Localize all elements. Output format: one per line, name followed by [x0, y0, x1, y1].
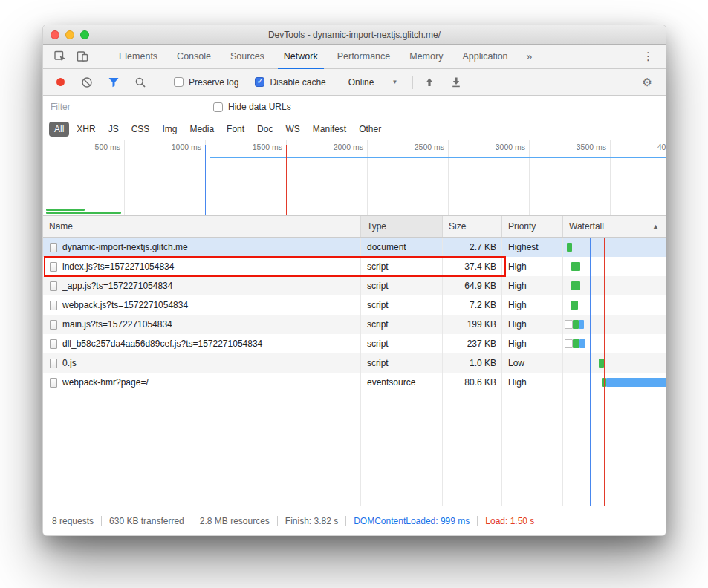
overview-gridline: [124, 140, 125, 215]
status-load: Load: 1.50 s: [485, 516, 534, 526]
disable-cache-checkbox[interactable]: Disable cache: [255, 77, 325, 88]
type-filter-other[interactable]: Other: [354, 122, 386, 137]
status-finish: Finish: 3.82 s: [285, 516, 338, 526]
type-filter-all[interactable]: All: [49, 122, 69, 137]
column-header-label: Name: [49, 221, 73, 232]
waterfall-ttfb-segment: [573, 339, 579, 348]
request-row[interactable]: 0.jsscript1.0 KBLow: [43, 353, 666, 373]
request-row[interactable]: index.js?ts=1572271054834script37.4 KBHi…: [43, 257, 666, 276]
request-name-cell: webpack.js?ts=1572271054834: [43, 295, 361, 315]
checkbox-unchecked-icon: [213, 102, 223, 112]
request-name-cell: index.js?ts=1572271054834: [43, 257, 361, 276]
tab-network[interactable]: Network: [274, 45, 328, 68]
request-priority: High: [502, 295, 563, 315]
request-name-cell: _app.js?ts=1572271054834: [43, 276, 361, 295]
clear-button[interactable]: [78, 74, 96, 91]
request-priority: High: [502, 373, 563, 392]
devtools-tabs: ElementsConsoleSourcesNetworkPerformance…: [109, 45, 518, 68]
waterfall-waiting-segment: [565, 320, 573, 329]
dropdown-arrow-icon: ▼: [392, 79, 397, 85]
main-menu-button[interactable]: ⋮: [631, 45, 666, 68]
file-icon: [50, 301, 57, 310]
overview-tick-label: 2500 ms: [400, 143, 444, 151]
request-row[interactable]: webpack-hmr?page=/eventsource80.6 KBHigh: [43, 373, 666, 392]
overview-tick-label: 1000 ms: [157, 143, 201, 151]
request-size: 2.7 KB: [443, 238, 502, 257]
request-priority: Low: [502, 353, 563, 373]
column-header-size[interactable]: Size: [443, 216, 502, 237]
column-header-name[interactable]: Name: [43, 216, 361, 237]
status-domcontentloaded: DOMContentLoaded: 999 ms: [354, 516, 470, 526]
hide-data-urls-checkbox[interactable]: Hide data URLs: [213, 102, 291, 112]
filter-toggle-button[interactable]: [105, 74, 123, 91]
request-priority: High: [502, 334, 563, 353]
request-name: dll_b58c257da4aa56d89cef.js?ts=157227105…: [62, 339, 262, 349]
column-header-waterfall[interactable]: Waterfall▲: [563, 216, 666, 237]
zoom-button[interactable]: [80, 30, 89, 39]
devtools-tabbar: ElementsConsoleSourcesNetworkPerformance…: [43, 45, 666, 69]
device-toolbar-button[interactable]: [71, 45, 94, 68]
tab-performance[interactable]: Performance: [328, 45, 400, 68]
request-priority: Highest: [502, 238, 563, 257]
request-row[interactable]: _app.js?ts=1572271054834script64.9 KBHig…: [43, 276, 666, 295]
preserve-log-checkbox[interactable]: Preserve log: [174, 77, 238, 88]
checkbox-checked-icon: [255, 77, 264, 87]
column-header-priority[interactable]: Priority: [502, 216, 563, 237]
type-filter-ws[interactable]: WS: [280, 122, 305, 137]
tab-memory[interactable]: Memory: [400, 45, 452, 68]
toolbar-divider: [412, 76, 413, 89]
request-name: 0.js: [62, 358, 77, 368]
file-icon: [50, 378, 57, 388]
status-resources: 2.8 MB resources: [200, 516, 270, 526]
record-button[interactable]: [56, 78, 65, 86]
request-type: script: [361, 353, 443, 373]
type-filter-css[interactable]: CSS: [126, 122, 155, 137]
status-separator: [277, 516, 278, 526]
throttling-dropdown[interactable]: Online ▼: [348, 77, 398, 88]
column-header-type[interactable]: Type: [361, 216, 443, 237]
overview-tick-label: 3500 ms: [562, 143, 606, 151]
tab-sources[interactable]: Sources: [221, 45, 274, 68]
overview-activity-bar: [46, 212, 121, 214]
status-separator: [345, 516, 346, 526]
type-filter-doc[interactable]: Doc: [252, 122, 278, 137]
type-filter-manifest[interactable]: Manifest: [308, 122, 351, 137]
file-icon: [50, 243, 57, 252]
tab-application[interactable]: Application: [452, 45, 517, 68]
tab-console[interactable]: Console: [167, 45, 221, 68]
request-row[interactable]: dynamic-import-nextjs.glitch.medocument2…: [43, 238, 666, 257]
titlebar: DevTools - dynamic-import-nextjs.glitch.…: [43, 25, 666, 45]
filter-input[interactable]: [51, 102, 203, 112]
window-title: DevTools - dynamic-import-nextjs.glitch.…: [268, 30, 441, 40]
waterfall-ttfb-segment: [571, 301, 579, 310]
inspect-element-button[interactable]: [49, 45, 71, 68]
request-row[interactable]: webpack.js?ts=1572271054834script7.2 KBH…: [43, 295, 666, 315]
request-row[interactable]: dll_b58c257da4aa56d89cef.js?ts=157227105…: [43, 334, 666, 353]
export-har-button[interactable]: [447, 74, 465, 91]
clear-icon: [81, 76, 93, 88]
import-har-button[interactable]: [420, 74, 438, 91]
type-filter-media[interactable]: Media: [184, 122, 219, 137]
devtools-window: DevTools - dynamic-import-nextjs.glitch.…: [42, 24, 666, 536]
request-name: webpack-hmr?page=/: [62, 377, 149, 388]
type-filter-img[interactable]: Img: [157, 122, 182, 137]
toolbar-divider: [97, 50, 97, 62]
overview-tick-label: 3000 ms: [481, 143, 525, 151]
checkbox-unchecked-icon: [174, 77, 184, 87]
close-button[interactable]: [51, 30, 59, 39]
search-button[interactable]: [131, 74, 149, 91]
type-filter-xhr[interactable]: XHR: [71, 122, 100, 137]
request-priority: High: [502, 257, 563, 276]
request-type: script: [361, 257, 443, 276]
settings-gear-icon[interactable]: ⚙: [643, 76, 657, 89]
type-filter-font[interactable]: Font: [221, 122, 250, 137]
network-overview[interactable]: 500 ms1000 ms1500 ms2000 ms2500 ms3000 m…: [43, 140, 666, 216]
minimize-button[interactable]: [65, 30, 74, 39]
type-filter-js[interactable]: JS: [103, 122, 124, 137]
file-icon: [50, 359, 57, 368]
request-waterfall: [563, 295, 666, 315]
waterfall-download-segment: [579, 320, 584, 329]
more-tabs-button[interactable]: »: [518, 45, 542, 68]
request-row[interactable]: main.js?ts=1572271054834script199 KBHigh: [43, 315, 666, 334]
tab-elements[interactable]: Elements: [109, 45, 167, 68]
